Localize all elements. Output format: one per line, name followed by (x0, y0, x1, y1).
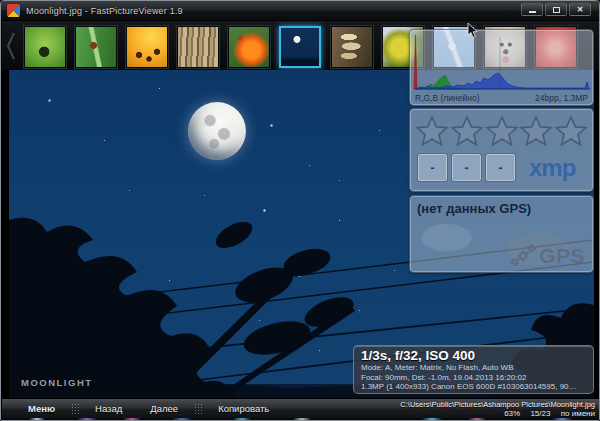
close-icon: ✕ (577, 6, 584, 14)
exif-camera-line: 1.3MP (1 400x933) Canon EOS 600D #103063… (361, 382, 586, 392)
exif-headline: 1/3s, f/32, ISO 400 (361, 348, 586, 363)
star-rating (413, 115, 590, 149)
thumbnail-mushrooms[interactable] (331, 26, 373, 68)
bottom-toolbar: Меню Назад Далее Копировать C:\Users\Pub… (2, 398, 600, 418)
gps-logo-text: GPS (539, 244, 585, 268)
app-window: Moonlight.jpg - FastPictureViewer 1.9 ✕ (0, 0, 600, 421)
histogram-panel: R,G,B (линейно) 24bpp, 1.3MP (409, 29, 594, 106)
sort-order: по имени (561, 409, 595, 418)
back-button[interactable]: Назад (81, 403, 136, 414)
thumbnail-hoverfly[interactable] (75, 26, 117, 68)
minimize-icon (529, 11, 536, 13)
window-title: Moonlight.jpg - FastPictureViewer 1.9 (26, 6, 183, 16)
thumbnail-tree-bark[interactable] (177, 26, 219, 68)
rgb-histogram-icon (412, 31, 593, 95)
toolbar-separator (194, 403, 202, 415)
histogram-depth-label: 24bpp, 1.3MP (535, 93, 588, 103)
label-clear-button-2[interactable]: - (451, 153, 482, 182)
image-position: 15/23 (530, 409, 550, 418)
title-bar: Moonlight.jpg - FastPictureViewer 1.9 ✕ (1, 1, 599, 21)
thumbnail-sunflower[interactable] (126, 26, 168, 68)
next-button[interactable]: Далее (136, 403, 192, 414)
copy-button[interactable]: Копировать (204, 403, 283, 414)
zoom-level: 63% (504, 409, 520, 418)
gps-status-text: (нет данных GPS) (417, 201, 586, 216)
file-path: C:\Users\Public\Pictures\Ashampoo Pictur… (400, 400, 595, 409)
label-clear-button-3[interactable]: - (485, 153, 516, 182)
star-icon[interactable] (450, 115, 484, 149)
exif-panel: 1/3s, f/32, ISO 400 Mode: A, Meter: Matr… (353, 345, 594, 394)
star-icon[interactable] (554, 115, 588, 149)
filmstrip-prev-arrow[interactable] (4, 27, 18, 65)
satellite-icon (510, 244, 536, 268)
star-icon[interactable] (415, 115, 449, 149)
exif-mode-line: Mode: A, Meter: Matrix, No Flash, Auto W… (361, 363, 586, 373)
toolbar-separator (71, 403, 79, 415)
label-clear-button-1[interactable]: - (417, 153, 448, 182)
thumbnail-moon-selected[interactable] (279, 26, 321, 68)
image-watermark: MOONLIGHT (21, 377, 93, 388)
xmp-logo: xmp (529, 154, 575, 182)
star-icon[interactable] (485, 115, 519, 149)
minimize-button[interactable] (521, 3, 543, 16)
gps-panel: (нет данных GPS) GPS (409, 195, 594, 273)
app-icon (7, 4, 20, 17)
maximize-icon (553, 7, 560, 13)
maximize-button[interactable] (545, 3, 567, 16)
close-button[interactable]: ✕ (569, 3, 591, 16)
menu-button[interactable]: Меню (2, 403, 69, 414)
mouse-cursor (467, 23, 479, 39)
histogram-mode-label: R,G,B (линейно) (415, 93, 479, 103)
star-icon[interactable] (519, 115, 553, 149)
thumbnail-fly-on-leaf[interactable] (24, 26, 66, 68)
status-area: C:\Users\Public\Pictures\Ashampoo Pictur… (400, 400, 595, 418)
exif-focal-line: Focal: 90mm, Dst: -1.0m, 19.04.2013 16:2… (361, 373, 586, 383)
thumbnail-orange-lily[interactable] (228, 26, 270, 68)
rating-panel: - - - xmp (409, 108, 594, 192)
